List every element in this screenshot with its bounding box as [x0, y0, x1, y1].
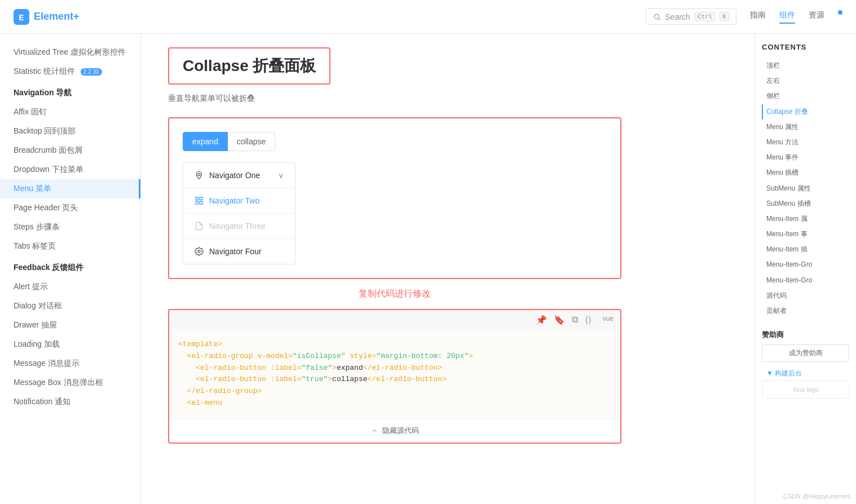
contents-item-collapse[interactable]: Collapse 折叠	[762, 104, 849, 120]
code-line-2: <el-radio-group v-model="isCollapse" sty…	[178, 351, 611, 362]
header: E Element+ Search Ctrl K 指南 组件 资源	[0, 0, 856, 34]
sidebar-item-breadcrumb[interactable]: Breadcrumb 面包屑	[0, 141, 140, 160]
radio-collapse[interactable]: collapse	[228, 132, 275, 151]
search-icon	[653, 13, 661, 21]
contents-item-menuitemgroup-1[interactable]: Menu-Item-Gro	[762, 257, 849, 272]
menu-item-label: Navigator Four	[209, 247, 262, 256]
sponsor-brand: ▼ 构建后台	[762, 366, 849, 381]
svg-line-3	[658, 18, 660, 20]
sponsor-logo-placeholder: Your logo	[762, 381, 849, 399]
menu-item-navigator-three: Navigator Three	[183, 214, 295, 239]
menu-item-label: Navigator One	[209, 171, 260, 180]
code-line-6: <el-menu	[178, 397, 611, 409]
grid-icon	[195, 196, 204, 205]
pin-icon[interactable]: 📌	[536, 315, 547, 325]
copy-hint: 复制代码进行修改	[168, 288, 621, 300]
code-block: <template> <el-radio-group v-model="isCo…	[169, 330, 620, 418]
copy-icon[interactable]: ⧉	[572, 315, 578, 325]
sidebar-item-affix[interactable]: Affix 固钉	[0, 103, 140, 122]
code-expand-icon[interactable]: ⟨⟩	[585, 315, 592, 325]
contents-item-menuitem-props[interactable]: Menu-Item 属	[762, 211, 849, 227]
content-area: Collapse 折叠面板 垂直导航菜单可以被折叠 expand collaps…	[141, 34, 754, 504]
code-line-5: </el-radio-group>	[178, 386, 611, 397]
contents-item-menuitem-slots[interactable]: Menu-Item 插	[762, 242, 849, 257]
contents-item-menu-slots[interactable]: Menu 插槽	[762, 165, 849, 180]
sidebar-item-loading[interactable]: Loading 加载	[0, 335, 140, 354]
code-line-3: <el-radio-button :label="false">expand</…	[178, 362, 611, 374]
logo-icon: E	[14, 9, 29, 25]
sidebar-item-notification[interactable]: Notification 通知	[0, 392, 140, 412]
svg-point-9	[198, 250, 200, 253]
sidebar-item-tabs[interactable]: Tabs 标签页	[0, 237, 140, 256]
page-title: Collapse 折叠面板	[183, 55, 316, 77]
sponsor-button[interactable]: 成为赞助商	[762, 344, 849, 362]
bookmark-icon[interactable]: 🔖	[554, 315, 565, 325]
document-icon	[195, 222, 204, 231]
logo[interactable]: E Element+	[14, 9, 80, 25]
menu-item-navigator-four[interactable]: Navigator Four	[183, 239, 295, 264]
contents-item-menu-events[interactable]: Menu 事件	[762, 150, 849, 165]
version-dot	[838, 10, 842, 15]
main-layout: Virtualized Tree 虚拟化树形控件 Statistic 统计组件 …	[0, 34, 856, 504]
svg-rect-6	[200, 197, 202, 200]
sidebar-item-alert[interactable]: Alert 提示	[0, 277, 140, 297]
sidebar-item-page-header[interactable]: Page Header 页头	[0, 198, 140, 218]
contents-item-source-code[interactable]: 源代码	[762, 288, 849, 303]
nav-guide[interactable]: 指南	[750, 10, 766, 24]
contents-item-sidebar[interactable]: 侧栏	[762, 89, 849, 104]
settings-icon	[195, 247, 204, 256]
nav-components[interactable]: 组件	[779, 10, 795, 24]
code-toolbar: 📌 🔖 ⧉ ⟨⟩ vue	[169, 310, 620, 330]
sidebar-item-menu[interactable]: Menu 菜单	[0, 179, 140, 198]
contents-item-leftright[interactable]: 左右	[762, 73, 849, 89]
sidebar-item-drawer[interactable]: Drawer 抽屉	[0, 316, 140, 335]
contents-item-menu-methods[interactable]: Menu 方法	[762, 135, 849, 150]
prev-items: Virtualized Tree 虚拟化树形控件 Statistic 统计组件 …	[0, 43, 140, 81]
logo-text: Element+	[34, 11, 80, 23]
radio-expand[interactable]: expand	[183, 132, 228, 151]
page-title-box: Collapse 折叠面板	[168, 47, 330, 85]
contents-item-menuitem-events[interactable]: Menu-Item 事	[762, 227, 849, 242]
nav-resources[interactable]: 资源	[809, 10, 824, 24]
chevron-down-icon: ∨	[278, 171, 284, 180]
contents-item-contributors[interactable]: 贡献者	[762, 303, 849, 319]
code-block-wrapper: 📌 🔖 ⧉ ⟨⟩ vue <template> <el-radio-group …	[168, 309, 621, 444]
page-subtitle: 垂直导航菜单可以被折叠	[168, 94, 621, 104]
contents-title: CONTENTS	[762, 43, 849, 51]
svg-point-2	[654, 14, 659, 19]
sidebar-item-message[interactable]: Message 消息提示	[0, 354, 140, 373]
svg-rect-5	[196, 197, 198, 200]
contents-item-submenu-props[interactable]: SubMenu 属性	[762, 181, 849, 196]
svg-rect-7	[196, 201, 198, 204]
header-nav: 指南 组件 资源	[750, 10, 842, 24]
contents-item-menu-props[interactable]: Menu 属性	[762, 120, 849, 135]
sidebar-item-backtop[interactable]: Backtop 回到顶部	[0, 122, 140, 141]
sidebar-item-dropdown[interactable]: Dropdown 下拉菜单	[0, 160, 140, 179]
contents-item-topbar[interactable]: 顶栏	[762, 58, 849, 73]
menu-item-navigator-two[interactable]: Navigator Two	[183, 188, 295, 214]
sidebar-item-dialog[interactable]: Dialog 对话框	[0, 297, 140, 316]
sidebar-item-virtualized-tree[interactable]: Virtualized Tree 虚拟化树形控件	[0, 43, 140, 62]
sidebar-item-messagebox[interactable]: Message Box 消息弹出框	[0, 373, 140, 392]
vue-label: vue	[603, 315, 614, 325]
menu-preview: Navigator One ∨ Navigator Two	[183, 162, 295, 264]
hide-source-button[interactable]: 隐藏源代码	[169, 418, 620, 443]
right-sidebar: CONTENTS 顶栏 左右 侧栏 Collapse 折叠 Menu 属性 Me…	[754, 34, 856, 504]
header-right: Search Ctrl K 指南 组件 资源	[646, 8, 842, 25]
left-sidebar: Virtualized Tree 虚拟化树形控件 Statistic 统计组件 …	[0, 34, 141, 504]
sidebar-item-steps[interactable]: Steps 步骤条	[0, 218, 140, 237]
watermark: CSDN @HappyLearnerL	[783, 493, 851, 499]
search-button[interactable]: Search Ctrl K	[646, 8, 736, 25]
chevron-up-icon	[371, 427, 378, 434]
radio-group: expand collapse	[183, 132, 607, 151]
menu-item-navigator-one[interactable]: Navigator One ∨	[183, 163, 295, 188]
svg-point-4	[198, 174, 200, 176]
code-line-4: <el-radio-button :label="true">collapse<…	[178, 374, 611, 386]
demo-section: expand collapse Navigator One ∨	[168, 117, 621, 279]
sidebar-item-statistic[interactable]: Statistic 统计组件 2.2.30	[0, 62, 140, 81]
menu-item-label: Navigator Two	[209, 196, 259, 205]
contents-item-menuitemgroup-2[interactable]: Menu-Item-Gro	[762, 273, 849, 288]
svg-text:E: E	[19, 13, 24, 22]
svg-rect-8	[200, 201, 202, 204]
contents-item-submenu-slots[interactable]: SubMenu 插槽	[762, 196, 849, 211]
